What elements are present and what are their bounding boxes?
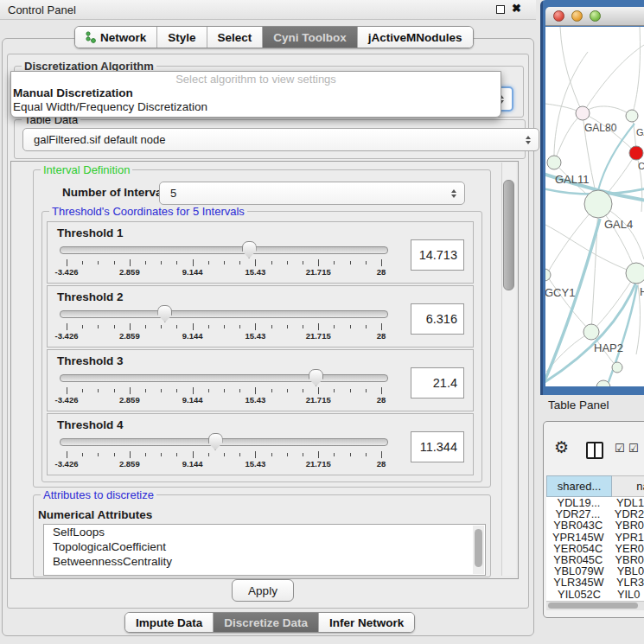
tick-mark	[82, 389, 83, 392]
table-row[interactable]: YDL19...YDL1	[546, 497, 644, 508]
threshold-value-field[interactable]: 21.4	[411, 367, 464, 399]
list-scrollbar-thumb[interactable]	[475, 529, 482, 567]
tick-mark	[366, 261, 367, 265]
tick-mark	[255, 323, 256, 330]
close-traffic-light-icon[interactable]	[553, 10, 564, 22]
threshold-label: Threshold 4	[57, 418, 124, 431]
network-node[interactable]	[583, 324, 599, 340]
tab-cyni-toolbox[interactable]: Cyni Toolbox	[262, 27, 357, 48]
network-window-titlebar[interactable]	[545, 7, 644, 26]
tab-jactivemnodules[interactable]: jActiveMNodules	[357, 27, 473, 48]
node-label: GAL11	[555, 173, 590, 186]
network-node[interactable]	[545, 269, 551, 281]
tick-mark	[318, 323, 319, 330]
threshold-value-field[interactable]: 6.316	[411, 303, 464, 335]
cyni-mode-tabbar: Impute DataDiscretize DataInfer Network	[124, 612, 415, 633]
tick-mark	[145, 261, 146, 265]
tick-label: 28	[377, 395, 386, 405]
horizontal-scrollbar[interactable]	[546, 601, 644, 610]
attribute-list-item[interactable]: SelfLoops	[44, 525, 485, 539]
network-node[interactable]	[626, 263, 644, 284]
table-row[interactable]: YDR27...YDR2	[546, 508, 644, 520]
tick-label: -3.426	[55, 331, 79, 341]
tick-mark	[193, 323, 194, 330]
threshold-label: Threshold 2	[57, 290, 124, 303]
combo-arrows-icon	[526, 136, 531, 144]
tick-mark	[161, 261, 162, 265]
horizontal-scrollbar-thumb[interactable]	[548, 603, 638, 609]
table-row[interactable]: YPR145WYPR1	[546, 532, 644, 543]
tab-discretize-data[interactable]: Discretize Data	[213, 613, 318, 632]
split-view-icon[interactable]	[586, 442, 603, 459]
network-node[interactable]	[626, 110, 638, 122]
checkbox-column-icon[interactable]: ☑	[615, 443, 625, 454]
tick-mark	[381, 259, 382, 266]
tab-style[interactable]: Style	[156, 27, 206, 48]
network-node[interactable]	[584, 190, 612, 218]
table-row[interactable]: YER054CYER0	[546, 543, 644, 554]
tick-mark	[303, 389, 303, 392]
algorithm-option-equal-width[interactable]: Equal Width/Frequency Discretization	[11, 100, 501, 114]
tick-label: 15.43	[245, 331, 266, 341]
checkbox-column-icon[interactable]: ☑	[628, 443, 639, 454]
tick-label: 9.144	[182, 459, 203, 469]
apply-button[interactable]: Apply	[232, 579, 294, 602]
tick-mark	[193, 259, 194, 266]
tick-mark	[145, 453, 146, 456]
network-node[interactable]	[547, 156, 561, 169]
attribute-list-item[interactable]: TopologicalCoefficient	[44, 539, 485, 554]
slider-inner: -3.4262.8599.14415.4321.71528	[67, 433, 381, 471]
tab-select[interactable]: Select	[207, 27, 263, 48]
attribute-list-item[interactable]: BetweennessCentrality	[44, 554, 485, 569]
network-view-canvas[interactable]: GAL80GACGAL11GAL4GCY1HHAP2	[545, 27, 644, 386]
table-row[interactable]: YBR043CYBR0	[546, 520, 644, 531]
slider-thumb[interactable]	[309, 369, 323, 386]
threshold-slider-4[interactable]: -3.4262.8599.14415.4321.71528	[58, 433, 390, 471]
table-data-combobox[interactable]: galFiltered.sif default node	[22, 128, 539, 151]
close-icon[interactable]: ✖	[512, 2, 521, 15]
tick-mark	[255, 387, 256, 394]
tick-mark	[318, 259, 319, 266]
tab-infer-network[interactable]: Infer Network	[318, 613, 414, 632]
slider-ticks	[67, 259, 381, 266]
column-header-shared-name[interactable]: shared...	[546, 475, 612, 497]
tab-label: Network	[100, 31, 146, 44]
network-node[interactable]	[629, 146, 643, 160]
num-intervals-combobox[interactable]: 5	[159, 182, 465, 205]
threshold-panel-3: Threshold 3-3.4262.8599.14415.4321.71528…	[47, 349, 474, 411]
combo-arrows-icon	[451, 189, 456, 198]
network-node[interactable]	[612, 362, 622, 373]
tab-network[interactable]: Network	[75, 27, 156, 48]
slider-thumb[interactable]	[242, 241, 257, 258]
tick-mark	[176, 453, 177, 456]
tick-label: 9.144	[182, 267, 203, 277]
table-row[interactable]: YBL079WYBL0	[546, 565, 644, 577]
tick-mark	[334, 325, 335, 328]
vertical-scrollbar-thumb[interactable]	[503, 180, 514, 290]
tick-mark	[114, 261, 115, 265]
slider-thumb[interactable]	[208, 433, 223, 450]
threshold-slider-3[interactable]: -3.4262.8599.14415.4321.71528	[58, 369, 390, 407]
node-label: GCY1	[545, 286, 575, 299]
threshold-slider-1[interactable]: -3.4262.8599.14415.4321.71528	[58, 241, 390, 279]
numerical-attributes-label: Numerical Attributes	[38, 508, 152, 521]
threshold-slider-2[interactable]: -3.4262.8599.14415.4321.71528	[58, 305, 390, 343]
float-window-icon[interactable]	[496, 5, 505, 14]
tick-mark	[98, 325, 99, 328]
table-row[interactable]: YLR345WYLR3	[546, 577, 644, 588]
minimize-traffic-light-icon[interactable]	[571, 10, 583, 22]
table-data-selected: galFiltered.sif default node	[34, 133, 165, 146]
settings-gear-icon[interactable]: ⚙	[554, 439, 569, 456]
tick-label: 9.144	[182, 395, 203, 405]
threshold-value-field[interactable]: 11.344	[411, 431, 464, 462]
table-row[interactable]: YIL052CYIL0	[546, 589, 644, 600]
network-node[interactable]	[576, 106, 590, 120]
table-row[interactable]: YBR045CYBR0	[546, 554, 644, 565]
algorithm-option-manual[interactable]: Manual Discretization	[11, 86, 501, 100]
column-header-name[interactable]: name	[612, 475, 644, 497]
node-table[interactable]: YDL19...YDL1YDR27...YDR2YBR043CYBR0YPR14…	[546, 497, 644, 601]
slider-thumb[interactable]	[157, 305, 172, 322]
threshold-value-field[interactable]: 14.713	[411, 239, 464, 271]
zoom-traffic-light-icon[interactable]	[590, 10, 601, 22]
tab-impute-data[interactable]: Impute Data	[125, 613, 213, 632]
